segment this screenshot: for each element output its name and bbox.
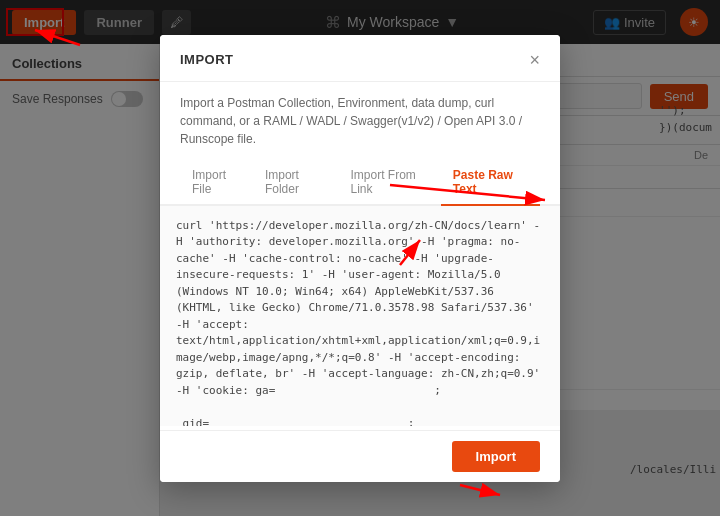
modal-close-button[interactable]: × bbox=[529, 51, 540, 69]
modal-header: IMPORT × bbox=[160, 35, 560, 82]
modal-tabs: Import File Import Folder Import From Li… bbox=[160, 160, 560, 206]
modal-overlay: IMPORT × Import a Postman Collection, En… bbox=[0, 0, 720, 516]
modal-footer: Import bbox=[160, 430, 560, 482]
tab-paste-raw-text[interactable]: Paste Raw Text bbox=[441, 160, 540, 206]
raw-text-input[interactable]: curl 'https://developer.mozilla.org/zh-C… bbox=[160, 206, 560, 426]
modal-import-button[interactable]: Import bbox=[452, 441, 540, 472]
tab-import-file[interactable]: Import File bbox=[180, 160, 253, 206]
tab-import-folder[interactable]: Import Folder bbox=[253, 160, 339, 206]
modal-title: IMPORT bbox=[180, 52, 234, 67]
modal-description: Import a Postman Collection, Environment… bbox=[160, 82, 560, 160]
tab-import-from-link[interactable]: Import From Link bbox=[339, 160, 441, 206]
import-modal: IMPORT × Import a Postman Collection, En… bbox=[160, 35, 560, 482]
